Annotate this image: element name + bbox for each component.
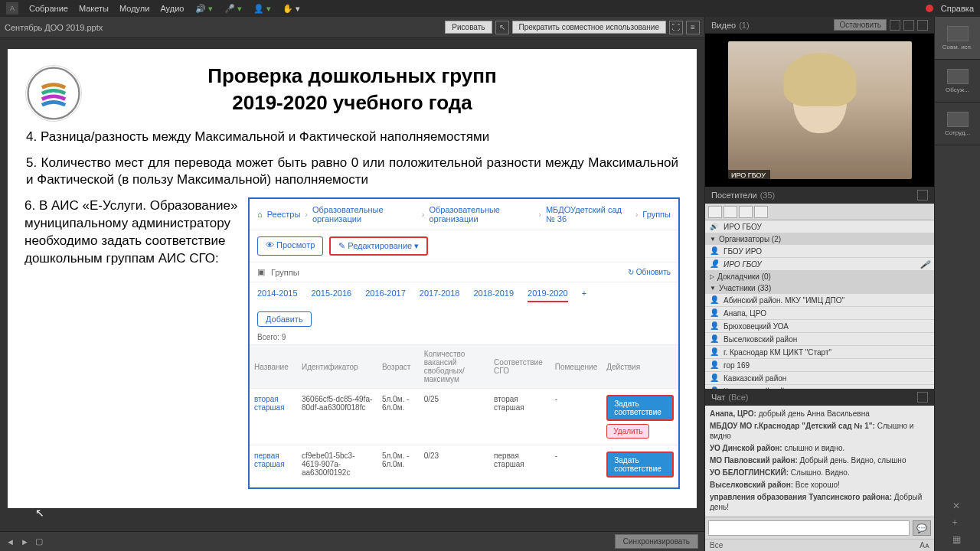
stop-sharing-button[interactable]: Прекратить совместное использование — [512, 21, 667, 34]
visitors-options-icon[interactable] — [917, 190, 928, 201]
visitor-tool-1[interactable] — [708, 206, 722, 218]
group-name-link[interactable]: первая старшая — [254, 452, 285, 468]
tab-2016[interactable]: 2016-2017 — [365, 289, 406, 302]
list-item[interactable]: 👤Брюховецкий УОА — [705, 320, 934, 333]
chat-text-options-icon[interactable]: Aᴀ — [920, 541, 929, 549]
list-item[interactable]: 👤Кавказский район — [705, 372, 934, 385]
stop-video-button[interactable]: Остановить — [834, 19, 887, 31]
sidebar-tab-discuss[interactable]: Обсуж... — [935, 60, 980, 103]
delete-button[interactable]: Удалить — [606, 424, 649, 439]
sidebar-tab-collab[interactable]: Сотруд... — [935, 103, 980, 145]
set-match-button[interactable]: Задать соответствие — [606, 452, 674, 478]
list-item[interactable]: 👤Абинский район. МКУ "ИМЦ ДПО" — [705, 294, 934, 307]
year-tabs: 2014-2015 2015-2016 2016-2017 2017-2018 … — [250, 282, 678, 308]
svg-point-0 — [28, 68, 80, 119]
app-logo: A — [6, 2, 18, 15]
organizers-section[interactable]: ▼Организаторы (2) — [705, 233, 934, 245]
raise-hand-icon[interactable]: ✋ ▾ — [282, 2, 300, 15]
list-item[interactable]: 👤гор 169 — [705, 359, 934, 372]
chat-message: УО Динской район: слышно и видно. — [710, 443, 929, 453]
add-year-icon[interactable]: + — [582, 289, 586, 302]
document-title: Сентябрь ДОО 2019.pptx — [5, 23, 442, 32]
presenters-section[interactable]: ▷Докладчики (0) — [705, 271, 934, 282]
active-speaker-row[interactable]: ИРО ГБОУ — [705, 220, 934, 233]
visitor-tool-4[interactable] — [754, 206, 768, 218]
chat-options-icon[interactable] — [917, 392, 928, 403]
menu-meeting[interactable]: Собрание — [29, 4, 68, 13]
tab-2014[interactable]: 2014-2015 — [257, 289, 298, 302]
prev-slide-icon[interactable]: ◄ — [6, 537, 15, 546]
chat-messages: Анапа, ЦРО: добрый день Анна ВасильевнаМ… — [705, 406, 934, 517]
visitor-tool-2[interactable] — [724, 206, 737, 218]
menu-help[interactable]: Справка — [941, 4, 974, 13]
chat-message: МБДОУ МО г.Краснодар "Детский сад № 1": … — [710, 421, 929, 441]
chat-scope-label[interactable]: Все — [710, 541, 723, 549]
svg-point-1 — [26, 66, 82, 122]
fullscreen-icon[interactable]: ⛶ — [669, 21, 683, 34]
tab-2015[interactable]: 2015-2016 — [312, 289, 352, 302]
chat-panel-header: Чат(Все) — [705, 389, 934, 406]
list-item[interactable]: 👤г. Краснодар КМ ЦИКТ "Старт" — [705, 346, 934, 359]
speaker-icon[interactable]: 🔊 ▾ — [194, 2, 213, 15]
list-item[interactable]: 👤Выселковский район — [705, 333, 934, 346]
table-row: вторая старшая36066cf5-dc85-49fa-80df-aa… — [250, 389, 678, 445]
mic-icon[interactable]: 🎤 ▾ — [224, 2, 242, 15]
slide-title-2: 2019-2020 учебного года — [24, 91, 680, 115]
video-feed: ИРО ГБОУ — [705, 34, 934, 187]
grid-view-icon[interactable] — [890, 20, 900, 31]
visitor-tool-3[interactable] — [739, 206, 753, 218]
edit-button[interactable]: ✎ Редактирование ▾ — [329, 236, 428, 256]
recording-indicator-icon — [926, 5, 933, 12]
slide-viewport: Проверка дошкольных групп 2019-2020 учеб… — [0, 38, 704, 531]
menu-modules[interactable]: Модули — [119, 4, 149, 13]
add-group-button[interactable]: Добавить — [257, 311, 312, 327]
chat-scope-row: Все Aᴀ — [705, 539, 934, 551]
view-button[interactable]: 👁 Просмотр — [257, 236, 323, 256]
video-options-icon[interactable] — [917, 20, 928, 31]
refresh-button[interactable]: ↻ Обновить — [628, 268, 671, 276]
chat-message: Выселковский район: Все хорошо! — [710, 480, 929, 490]
fullscreen-video-icon[interactable] — [903, 20, 914, 31]
next-slide-icon[interactable]: ► — [21, 537, 29, 546]
list-item[interactable]: 👤Анапа, ЦРО — [705, 307, 934, 320]
tab-2017[interactable]: 2017-2018 — [420, 289, 460, 302]
presenter-name-label: ИРО ГБОУ — [727, 170, 770, 181]
visitors-panel-header: Посетители(35) — [705, 187, 934, 204]
document-toolbar: Сентябрь ДОО 2019.pptx Рисовать ↖ Прекра… — [0, 17, 704, 38]
layout-menu-icon[interactable]: ▦ — [952, 534, 963, 545]
group-name-link[interactable]: вторая старшая — [254, 395, 285, 412]
webcam-icon[interactable]: 👤 ▾ — [253, 2, 271, 15]
groups-table: НазваниеИдентификаторВозраст Количество … — [250, 344, 678, 487]
table-row: первая старшаяcf9ebe01-5bc3-4619-907a-aa… — [250, 445, 678, 487]
list-item[interactable]: 👤ГБОУ ИРО — [705, 245, 934, 258]
close-sidebar-icon[interactable]: ✕ — [952, 500, 963, 511]
total-count: Всего: 9 — [250, 330, 678, 344]
pointer-tool-icon[interactable]: ↖ — [495, 21, 509, 34]
home-icon: ⌂ — [257, 210, 263, 219]
stop-icon[interactable]: ▢ — [35, 536, 43, 546]
menu-layouts[interactable]: Макеты — [79, 4, 109, 13]
menu-audio[interactable]: Аудио — [160, 4, 184, 13]
chat-send-button[interactable]: 💬 — [913, 520, 931, 536]
set-match-button[interactable]: Задать соответствие — [606, 395, 674, 421]
slide-point-4: 4. Разница/разность между Максимальной и… — [26, 129, 678, 145]
sidebar-tab-sharing[interactable]: Совм. исп. — [935, 17, 980, 60]
chat-message: УО БЕЛОГЛИНСКИЙ: Слышно. Видно. — [710, 468, 929, 478]
participants-section[interactable]: ▼Участники (33) — [705, 282, 934, 294]
ais-screenshot: ⌂ Реестры› Образовательные организации› … — [248, 197, 680, 489]
add-layout-icon[interactable]: + — [952, 517, 963, 528]
slide-point-6: 6. В АИС «Е-Услуги. Образование» муницип… — [24, 197, 239, 489]
tab-2019[interactable]: 2019-2020 — [528, 289, 568, 302]
expand-icon[interactable]: ▣ — [257, 267, 265, 277]
chat-message: управления образования Туапсинского райо… — [710, 492, 929, 512]
tab-2018[interactable]: 2018-2019 — [473, 289, 514, 302]
draw-button[interactable]: Рисовать — [445, 21, 492, 34]
video-panel-header: Видео(1) Остановить — [705, 17, 934, 34]
sync-button[interactable]: Синхронизировать — [615, 534, 698, 549]
chat-message: Анапа, ЦРО: добрый день Анна Васильевна — [710, 409, 929, 419]
slide-nav-bar: ◄ ► ▢ Синхронизировать — [0, 531, 704, 551]
panel-options-icon[interactable]: ≡ — [686, 21, 700, 34]
visitors-list: ИРО ГБОУ▼Организаторы (2)👤ГБОУ ИРО👤ИРО Г… — [705, 220, 934, 389]
chat-input[interactable] — [708, 520, 910, 536]
list-item[interactable]: 👤ИРО ГБОУ🎤 — [705, 258, 934, 271]
